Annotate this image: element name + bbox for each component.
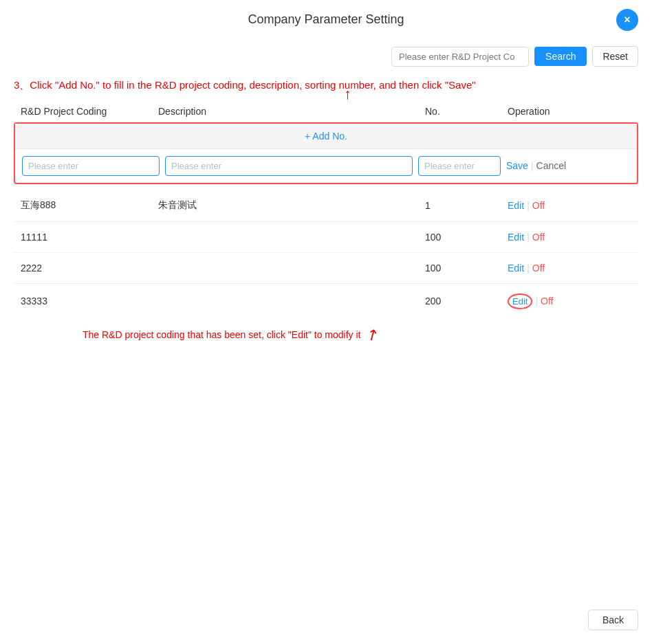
save-link[interactable]: Save bbox=[506, 160, 528, 171]
add-row-box: + Add No. Save | Cancel bbox=[14, 122, 638, 184]
cell-no: 200 bbox=[425, 296, 508, 307]
table-header: R&D Project Coding Description No. Opera… bbox=[14, 100, 638, 122]
back-button[interactable]: Back bbox=[588, 610, 638, 630]
off-link[interactable]: Off bbox=[532, 263, 545, 274]
table-container: R&D Project Coding Description No. Opera… bbox=[0, 100, 652, 319]
table-row: 11111100Edit|Off bbox=[14, 222, 638, 253]
arrow-diagonal-icon: ↗ bbox=[362, 324, 382, 346]
search-button[interactable]: Search bbox=[534, 47, 587, 66]
pipe-divider: | bbox=[531, 160, 534, 171]
cell-coding: 互海888 bbox=[21, 199, 158, 212]
edit-link[interactable]: Edit bbox=[508, 232, 524, 243]
cell-coding: 11111 bbox=[21, 232, 158, 243]
annotation-bottom-wrap: The R&D project coding that has been set… bbox=[0, 319, 652, 344]
cell-operation: Edit|Off bbox=[508, 200, 631, 211]
annotation-2: The R&D project coding that has been set… bbox=[83, 329, 360, 340]
description-input[interactable] bbox=[165, 156, 413, 176]
col-coding: R&D Project Coding bbox=[21, 106, 158, 117]
edit-link[interactable]: Edit bbox=[508, 200, 524, 211]
pipe-divider: | bbox=[527, 263, 530, 274]
no-input[interactable] bbox=[418, 156, 501, 176]
back-button-container: Back bbox=[588, 610, 638, 630]
edit-link[interactable]: Edit bbox=[508, 263, 524, 274]
cell-no: 100 bbox=[425, 263, 508, 274]
annotation-1: 3、Click "Add No." to fill in the R&D pro… bbox=[0, 74, 652, 100]
data-rows-container: 互海888朱音测试1Edit|Off11111100Edit|Off222210… bbox=[14, 190, 638, 319]
off-link[interactable]: Off bbox=[532, 232, 545, 243]
cell-description: 朱音测试 bbox=[158, 199, 425, 212]
up-arrow-icon: ↑ bbox=[344, 85, 351, 103]
reset-button[interactable]: Reset bbox=[592, 46, 638, 67]
close-button[interactable]: × bbox=[616, 9, 638, 31]
cell-no: 1 bbox=[425, 200, 508, 211]
pipe-divider: | bbox=[527, 232, 530, 243]
cell-coding: 33333 bbox=[21, 296, 158, 307]
header: Company Parameter Setting × bbox=[0, 0, 652, 39]
col-description: Description bbox=[158, 106, 425, 117]
edit-link[interactable]: Edit bbox=[508, 293, 532, 309]
input-row: Save | Cancel bbox=[15, 149, 637, 183]
cell-operation: Edit|Off bbox=[508, 263, 631, 274]
save-cancel-group: Save | Cancel bbox=[506, 160, 630, 171]
table-row: 互海888朱音测试1Edit|Off bbox=[14, 190, 638, 222]
add-no-button[interactable]: + Add No. bbox=[15, 124, 637, 149]
cancel-link[interactable]: Cancel bbox=[536, 160, 567, 171]
cell-operation: Edit|Off bbox=[508, 232, 631, 243]
pipe-divider: | bbox=[535, 296, 538, 307]
off-link[interactable]: Off bbox=[532, 200, 545, 211]
coding-input[interactable] bbox=[22, 156, 160, 176]
page-title: Company Parameter Setting bbox=[248, 12, 404, 27]
col-operation: Operation bbox=[508, 106, 631, 117]
pipe-divider: | bbox=[527, 200, 530, 211]
table-row: 2222100Edit|Off bbox=[14, 253, 638, 284]
cell-no: 100 bbox=[425, 232, 508, 243]
col-no: No. bbox=[425, 106, 508, 117]
search-bar: Search Reset bbox=[0, 39, 652, 74]
cell-operation: Edit|Off bbox=[508, 293, 631, 309]
off-link[interactable]: Off bbox=[541, 296, 553, 307]
cell-coding: 2222 bbox=[21, 263, 158, 274]
table-row: 33333200Edit|Off bbox=[14, 284, 638, 319]
search-input[interactable] bbox=[391, 47, 529, 67]
